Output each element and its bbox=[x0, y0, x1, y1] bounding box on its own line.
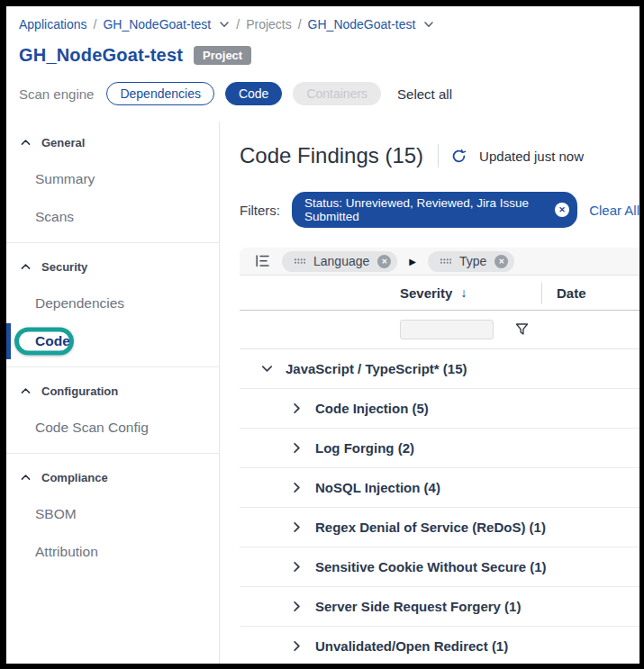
filters-label: Filters: bbox=[240, 203, 280, 218]
group-by-chip-label: Language bbox=[313, 254, 369, 268]
remove-status-filter-icon[interactable]: ✕ bbox=[555, 203, 569, 217]
breadcrumb-item: Projects bbox=[246, 17, 292, 32]
sidebar-item-dependencies[interactable]: Dependencies bbox=[6, 285, 219, 322]
chevron-up-icon bbox=[20, 385, 32, 397]
chevron-right-icon[interactable] bbox=[290, 441, 304, 455]
title-row: GH_NodeGoat-test Project bbox=[19, 42, 627, 68]
scan-engine-pill-containers: Containers bbox=[293, 82, 381, 105]
sidebar-item-label: Scans bbox=[35, 209, 74, 224]
sidebar-section-title: Compliance bbox=[41, 471, 108, 484]
scan-engine-row: Scan engine DependenciesCodeContainers S… bbox=[19, 80, 627, 107]
chevron-up-icon bbox=[20, 261, 32, 273]
breadcrumb: Applications/GH_NodeGoat-test/Projects/G… bbox=[19, 14, 627, 34]
select-all-button[interactable]: Select all bbox=[397, 86, 452, 102]
row-group-label: JavaScript / TypeScript* (15) bbox=[286, 361, 467, 376]
chevron-right-icon[interactable] bbox=[290, 481, 304, 494]
sidebar-divider bbox=[6, 366, 219, 367]
breadcrumb-separator: / bbox=[236, 17, 240, 32]
table-row[interactable]: Unvalidated/Open Redirect (1) bbox=[240, 627, 639, 664]
chevron-down-icon[interactable] bbox=[219, 19, 230, 30]
scan-engine-pill-dependencies[interactable]: Dependencies bbox=[106, 82, 214, 105]
table-row[interactable]: Server Side Request Forgery (1) bbox=[240, 587, 639, 627]
sidebar-item-label: Dependencies bbox=[35, 295, 124, 311]
refresh-button[interactable] bbox=[450, 148, 467, 165]
sidebar-section-title: General bbox=[41, 136, 85, 149]
table-row[interactable]: JavaScript / TypeScript* (15) bbox=[240, 349, 639, 389]
table-header-row: Severity ↓ Date bbox=[240, 275, 639, 311]
sort-desc-icon: ↓ bbox=[460, 285, 467, 300]
findings-table: Language✕▶Type✕ Severity ↓ Date bbox=[240, 248, 639, 664]
column-header-severity[interactable]: Severity ↓ bbox=[400, 276, 467, 310]
sidebar-item-summary[interactable]: Summary bbox=[6, 160, 219, 198]
sidebar-item-code-scan-config[interactable]: Code Scan Config bbox=[6, 409, 219, 447]
sidebar-section-configuration[interactable]: Configuration bbox=[6, 374, 219, 409]
table-rows: JavaScript / TypeScript* (15)Code Inject… bbox=[240, 349, 639, 664]
sidebar-section-compliance[interactable]: Compliance bbox=[6, 460, 219, 495]
sidebar-section-general[interactable]: General bbox=[6, 125, 219, 160]
drag-handle-icon[interactable] bbox=[440, 258, 451, 266]
findings-title: Code Findings (15) bbox=[240, 143, 423, 168]
chevron-up-icon bbox=[20, 472, 32, 484]
chevron-right-icon[interactable] bbox=[290, 639, 304, 653]
clear-all-filters-button[interactable]: Clear All bbox=[589, 203, 639, 218]
table-row[interactable]: Regex Denial of Service (ReDoS) (1) bbox=[240, 508, 639, 547]
group-by-chip-language[interactable]: Language✕ bbox=[282, 251, 397, 272]
table-row[interactable]: Code Injection (5) bbox=[240, 389, 639, 429]
sidebar-item-code[interactable]: Code bbox=[6, 322, 219, 360]
page-body: GeneralSummaryScansSecurityDependenciesC… bbox=[6, 122, 639, 664]
sidebar-divider bbox=[6, 242, 219, 243]
group-by-chip-label: Type bbox=[459, 254, 486, 268]
chevron-right-icon[interactable] bbox=[290, 402, 304, 415]
breadcrumb-item[interactable]: GH_NodeGoat-test bbox=[308, 17, 416, 32]
app-window: Applications/GH_NodeGoat-test/Projects/G… bbox=[6, 6, 639, 664]
status-filter-chip[interactable]: Status: Unreviewed, Reviewed, Jira Issue… bbox=[292, 192, 577, 228]
filters-row: Filters: Status: Unreviewed, Reviewed, J… bbox=[240, 197, 639, 222]
sidebar-item-sbom[interactable]: SBOM bbox=[6, 495, 219, 533]
breadcrumb-item[interactable]: Applications bbox=[19, 17, 87, 32]
severity-column-label: Severity bbox=[400, 285, 452, 301]
table-row[interactable]: NoSQL Injection (4) bbox=[240, 468, 639, 508]
table-filter-row bbox=[240, 311, 639, 349]
breadcrumb-item[interactable]: GH_NodeGoat-test bbox=[103, 17, 211, 32]
chevron-right-icon[interactable] bbox=[290, 520, 304, 534]
group-by-icon[interactable] bbox=[255, 254, 270, 268]
page-title: GH_NodeGoat-test bbox=[19, 45, 183, 66]
sidebar-item-label: SBOM bbox=[35, 506, 77, 521]
remove-group-by-icon[interactable]: ✕ bbox=[494, 255, 508, 268]
table-row[interactable]: Log Forging (2) bbox=[240, 429, 639, 468]
sidebar: GeneralSummaryScansSecurityDependenciesC… bbox=[6, 122, 220, 664]
scan-engine-label: Scan engine bbox=[19, 86, 94, 102]
chevron-right-icon[interactable] bbox=[290, 600, 304, 613]
project-type-badge: Project bbox=[194, 46, 251, 65]
row-group-label: Log Forging (2) bbox=[315, 440, 414, 456]
remove-group-by-icon[interactable]: ✕ bbox=[377, 255, 391, 268]
chevron-down-icon[interactable] bbox=[260, 362, 274, 375]
status-filter-chip-label: Status: Unreviewed, Reviewed, Jira Issue… bbox=[304, 196, 548, 223]
chevron-down-icon[interactable] bbox=[423, 19, 434, 30]
row-group-label: Regex Denial of Service (ReDoS) (1) bbox=[315, 520, 546, 535]
divider bbox=[438, 144, 439, 167]
severity-filter-input[interactable] bbox=[400, 320, 494, 339]
breadcrumb-separator: / bbox=[94, 17, 97, 32]
sidebar-item-attribution[interactable]: Attribution bbox=[6, 533, 219, 571]
group-by-chip-type[interactable]: Type✕ bbox=[428, 251, 514, 272]
sidebar-item-scans[interactable]: Scans bbox=[6, 198, 219, 236]
findings-header: Code Findings (15) Updated just now bbox=[240, 141, 639, 170]
chip-order-arrow-icon: ▶ bbox=[409, 257, 416, 267]
drag-handle-icon[interactable] bbox=[294, 258, 305, 266]
scan-engine-pill-code[interactable]: Code bbox=[225, 82, 282, 105]
active-item-indicator bbox=[6, 323, 11, 359]
sidebar-divider bbox=[6, 453, 219, 454]
chevron-up-icon bbox=[20, 137, 32, 149]
column-header-date[interactable]: Date bbox=[557, 276, 586, 310]
row-group-label: Unvalidated/Open Redirect (1) bbox=[315, 638, 508, 654]
table-row[interactable]: Sensitive Cookie Without Secure (1) bbox=[240, 547, 639, 587]
row-group-label: NoSQL Injection (4) bbox=[315, 480, 440, 495]
sidebar-item-label: Summary bbox=[35, 171, 95, 186]
group-by-toolbar: Language✕▶Type✕ bbox=[240, 248, 639, 275]
updated-status: Updated just now bbox=[479, 149, 584, 164]
filter-funnel-icon[interactable] bbox=[514, 322, 530, 337]
sidebar-item-label: Attribution bbox=[35, 544, 98, 559]
sidebar-section-security[interactable]: Security bbox=[6, 249, 219, 285]
chevron-right-icon[interactable] bbox=[290, 560, 304, 574]
